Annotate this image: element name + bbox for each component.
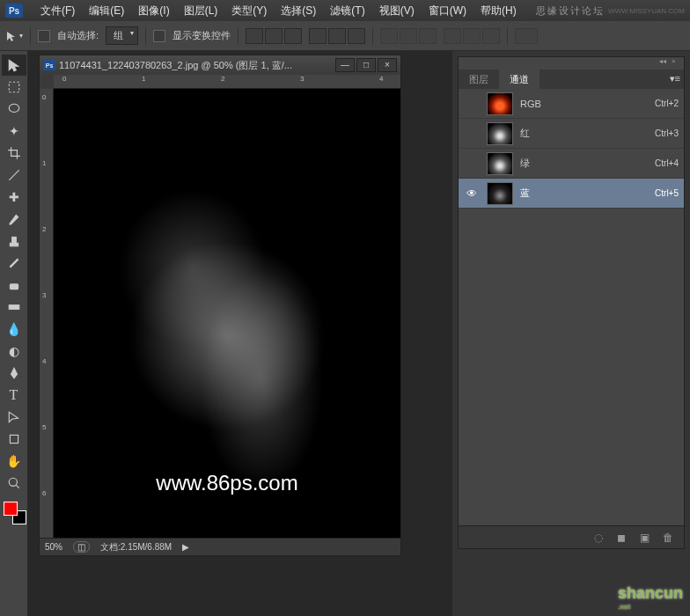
document-titlebar[interactable]: Ps 11074431_122403780263_2.jpg @ 50% (图层… (40, 55, 400, 75)
magic-wand-tool[interactable]: ✦ (2, 121, 26, 142)
doc-info-value: 2.15M/6.88M (121, 542, 172, 552)
view-icon[interactable]: ◫ (73, 541, 90, 553)
doc-ps-icon: Ps (43, 60, 55, 70)
visibility-toggle[interactable]: 👁 (464, 187, 480, 200)
options-bar: ▾ 自动选择: 组 显示变换控件 (0, 21, 690, 51)
channel-row-blue[interactable]: 👁 蓝 Ctrl+5 (459, 179, 684, 209)
pen-tool[interactable] (2, 363, 26, 384)
auto-align-icon (515, 28, 538, 44)
zoom-level[interactable]: 50% (45, 542, 62, 552)
document-window: Ps 11074431_122403780263_2.jpg @ 50% (图层… (39, 55, 401, 556)
crop-tool[interactable] (2, 143, 26, 164)
eraser-tool[interactable] (2, 275, 26, 296)
watermark-text: www.86ps.com (156, 471, 297, 495)
canvas-content[interactable]: www.86ps.com (54, 89, 400, 538)
distribute-icon-6 (482, 28, 500, 44)
menu-select[interactable]: 选择(S) (274, 4, 323, 18)
canvas-area: Ps 11074431_122403780263_2.jpg @ 50% (图层… (28, 51, 452, 616)
path-tool[interactable] (2, 407, 26, 428)
panel-close-icon[interactable]: × (672, 57, 680, 66)
ruler-horizontal[interactable]: 0 1 2 3 4 (54, 75, 400, 89)
maximize-button[interactable]: □ (356, 58, 376, 72)
align-icon-5[interactable] (328, 28, 346, 44)
channel-thumb-rgb (487, 92, 513, 115)
svg-rect-6 (10, 435, 18, 443)
color-swatches[interactable] (4, 502, 26, 524)
hand-tool[interactable]: ✋ (2, 451, 26, 472)
menu-bar: Ps 文件(F) 编辑(E) 图像(I) 图层(L) 类型(Y) 选择(S) 滤… (0, 0, 690, 21)
channel-row-rgb[interactable]: RGB Ctrl+2 (459, 89, 684, 119)
channel-list: RGB Ctrl+2 红 Ctrl+3 绿 Ctrl+4 👁 (459, 89, 684, 525)
delete-channel-icon[interactable]: 🗑 (663, 532, 677, 544)
distribute-icon-4 (444, 28, 461, 44)
shancun-logo: shancun.net (618, 584, 683, 611)
menu-type[interactable]: 类型(Y) (224, 4, 274, 18)
distribute-icon-2 (400, 28, 417, 44)
menu-view[interactable]: 视图(V) (372, 4, 422, 18)
auto-select-dropdown[interactable]: 组 (106, 26, 138, 45)
history-brush-tool[interactable] (2, 253, 26, 274)
distribute-icon-5 (463, 28, 481, 44)
new-channel-icon[interactable]: ▣ (640, 532, 654, 544)
stamp-tool[interactable] (2, 231, 26, 252)
channel-thumb-blue (487, 182, 513, 205)
shape-tool[interactable] (2, 429, 26, 450)
move-tool-indicator[interactable]: ▾ (5, 30, 23, 42)
auto-select-checkbox[interactable] (38, 30, 50, 42)
menu-edit[interactable]: 编辑(E) (82, 4, 131, 18)
canvas-statusbar: 50% ◫ 文档:2.15M/6.88M ▶ (40, 538, 400, 555)
healing-tool[interactable]: ✚ (2, 187, 26, 208)
channel-name: 红 (520, 127, 655, 140)
eyedropper-tool[interactable] (2, 165, 26, 186)
doc-info-label: 文档: (100, 542, 121, 552)
forum-url: WWW.MISSYUAN.COM (608, 7, 685, 15)
channel-name: 蓝 (520, 187, 655, 200)
panels-area: ◂◂ × 图层 通道 ▾≡ RGB Ctrl+2 红 Ct (452, 51, 690, 616)
align-icon-3[interactable] (284, 28, 302, 44)
tab-layers[interactable]: 图层 (459, 70, 499, 89)
ruler-vertical[interactable]: 0 1 2 3 4 5 6 (40, 89, 54, 538)
show-transform-checkbox[interactable] (153, 30, 165, 42)
close-button[interactable]: × (378, 58, 397, 72)
brush-tool[interactable] (2, 209, 26, 230)
channel-shortcut: Ctrl+2 (655, 99, 679, 108)
blur-tool[interactable]: 💧 (2, 319, 26, 340)
menu-window[interactable]: 窗口(W) (422, 4, 473, 18)
tab-channels[interactable]: 通道 (499, 70, 540, 89)
menu-file[interactable]: 文件(F) (33, 4, 82, 18)
load-selection-icon[interactable]: ◌ (594, 532, 608, 544)
type-tool[interactable]: T (2, 385, 26, 406)
svg-point-1 (9, 104, 18, 112)
align-icon-2[interactable] (265, 28, 283, 44)
show-transform-label: 显示变换控件 (172, 29, 231, 42)
lasso-tool[interactable] (2, 99, 26, 120)
align-icon-1[interactable] (246, 28, 263, 44)
forum-label: 思缘设计论坛 (536, 4, 605, 18)
save-selection-icon[interactable]: ◼ (617, 532, 631, 544)
channel-row-red[interactable]: 红 Ctrl+3 (459, 119, 684, 149)
foreground-color[interactable] (4, 502, 18, 516)
channel-shortcut: Ctrl+5 (655, 188, 679, 198)
align-icon-6[interactable] (348, 28, 365, 44)
dodge-tool[interactable]: ◐ (2, 341, 26, 362)
channels-panel: ◂◂ × 图层 通道 ▾≡ RGB Ctrl+2 红 Ct (458, 56, 685, 549)
ruler-corner (40, 75, 54, 89)
minimize-button[interactable]: — (335, 58, 355, 72)
menu-help[interactable]: 帮助(H) (473, 4, 524, 18)
svg-rect-5 (9, 305, 18, 310)
menu-image[interactable]: 图像(I) (131, 4, 176, 18)
zoom-tool[interactable] (2, 473, 26, 494)
panel-menu-icon[interactable]: ▾≡ (666, 70, 684, 89)
svg-rect-4 (10, 284, 18, 290)
marquee-tool[interactable] (2, 77, 26, 98)
status-arrow-icon[interactable]: ▶ (182, 542, 189, 552)
panel-collapse-icon[interactable]: ◂◂ (659, 57, 668, 66)
move-tool[interactable] (2, 55, 26, 76)
panel-footer: ◌ ◼ ▣ 🗑 (459, 525, 684, 548)
channel-row-green[interactable]: 绿 Ctrl+4 (459, 149, 684, 179)
menu-filter[interactable]: 滤镜(T) (323, 4, 371, 18)
menu-layer[interactable]: 图层(L) (177, 4, 225, 18)
align-icon-4[interactable] (309, 28, 327, 44)
ps-logo-icon: Ps (5, 4, 23, 18)
gradient-tool[interactable] (2, 297, 26, 318)
